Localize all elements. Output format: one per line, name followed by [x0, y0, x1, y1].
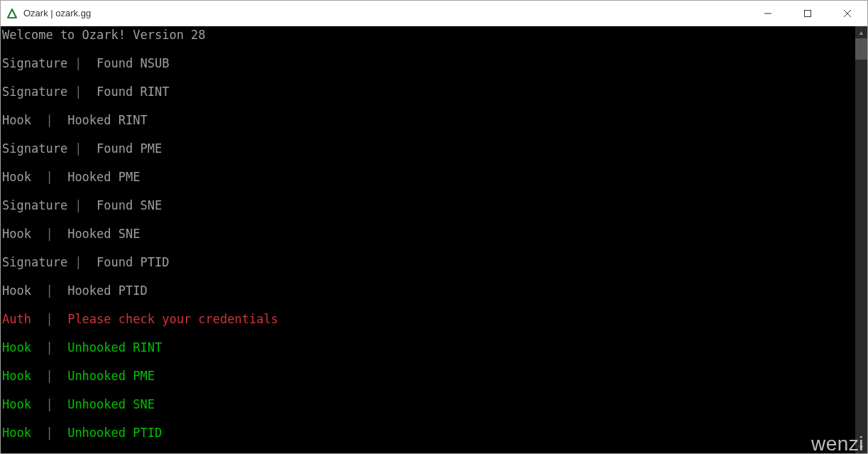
console-line: Hook | Unhooked RINT [2, 340, 855, 355]
console-line-category: Signature [2, 56, 67, 70]
console-line: Signature | Found PTID [2, 255, 855, 269]
vertical-scrollbar[interactable]: ▲ ▼ [855, 26, 867, 453]
console-line-separator: | [38, 113, 60, 127]
console-welcome-line: Welcome to Ozark! Version 28 [2, 28, 855, 42]
console-line-message: Unhooked SNE [60, 397, 155, 411]
console-line: Hook | Hooked PME [2, 170, 855, 184]
console-line-category: Hook [2, 283, 38, 298]
console-line-separator: | [38, 170, 60, 184]
app-window: Ozark | ozark.gg Welcome to Ozark! Versi… [0, 0, 868, 454]
console-line: Hook | Hooked RINT [2, 113, 855, 127]
svg-rect-2 [805, 10, 811, 16]
console-line-category: Hook [2, 113, 38, 127]
console-line-separator: | [67, 255, 89, 269]
console-line-category: Signature [2, 198, 67, 212]
minimize-button[interactable] [748, 1, 788, 26]
maximize-button[interactable] [788, 1, 828, 26]
console-line-category: Hook [2, 170, 38, 184]
console-line: Hook | Hooked PTID [2, 283, 855, 298]
console-line-separator: | [38, 340, 60, 355]
console-line-category: Signature [2, 255, 67, 269]
titlebar-left: Ozark | ozark.gg [1, 8, 91, 19]
scroll-up-arrow[interactable]: ▲ [855, 26, 867, 38]
console-line-separator: | [67, 198, 89, 212]
console-line-separator: | [67, 85, 89, 99]
console-line-message: Unhooked PTID [60, 426, 162, 440]
window-controls [748, 1, 867, 26]
console-line-message: Found PME [89, 141, 162, 156]
console-area: Welcome to Ozark! Version 28 Signature |… [1, 26, 867, 453]
console-line-separator: | [38, 312, 60, 326]
console-line-message: Unhooked PME [60, 369, 155, 383]
console-line-separator: | [38, 283, 60, 298]
svg-marker-0 [8, 9, 16, 18]
console-line: Auth | Please check your credentials [2, 312, 855, 326]
console-line: Signature | Found NSUB [2, 56, 855, 70]
console-line: Signature | Found SNE [2, 198, 855, 212]
console-line-category: Auth [2, 312, 38, 326]
console-line-category: Hook [2, 397, 38, 411]
console-line: Hook | Unhooked PME [2, 369, 855, 383]
console-line-message: Please check your credentials [60, 312, 278, 326]
console-line-category: Hook [2, 227, 38, 241]
console-line-separator: | [67, 56, 89, 70]
console-line-separator: | [67, 141, 89, 156]
console-line-message: Hooked PTID [60, 283, 148, 298]
titlebar[interactable]: Ozark | ozark.gg [1, 1, 867, 26]
console-line-message: Found SNE [89, 198, 162, 212]
console-line: Signature | Found RINT [2, 85, 855, 99]
scroll-down-arrow[interactable]: ▼ [855, 441, 867, 453]
console-line-message: Found RINT [89, 85, 170, 99]
console-line-separator: | [38, 227, 60, 241]
console-line-separator: | [38, 426, 60, 440]
console-line-message: Unhooked RINT [60, 340, 162, 355]
console-line-message: Hooked SNE [60, 227, 141, 241]
window-title: Ozark | ozark.gg [23, 8, 91, 18]
app-icon [6, 8, 18, 19]
console-line: Hook | Unhooked SNE [2, 397, 855, 411]
close-button[interactable] [828, 1, 867, 26]
console-output: Welcome to Ozark! Version 28 Signature |… [1, 26, 855, 453]
console-line: Hook | Unhooked PTID [2, 426, 855, 440]
console-line-separator: | [38, 369, 60, 383]
console-line-message: Found PTID [89, 255, 170, 269]
console-line: Signature | Found PME [2, 141, 855, 156]
console-line-separator: | [38, 397, 60, 411]
console-line-category: Hook [2, 426, 38, 440]
console-line-message: Found NSUB [89, 56, 170, 70]
console-line-message: Hooked PME [60, 170, 141, 184]
console-line-category: Hook [2, 340, 38, 355]
console-line-category: Hook [2, 369, 38, 383]
console-line-category: Signature [2, 141, 67, 156]
scroll-thumb[interactable] [855, 38, 867, 60]
console-line: Hook | Hooked SNE [2, 227, 855, 241]
console-line-category: Signature [2, 85, 67, 99]
console-line-message: Hooked RINT [60, 113, 148, 127]
